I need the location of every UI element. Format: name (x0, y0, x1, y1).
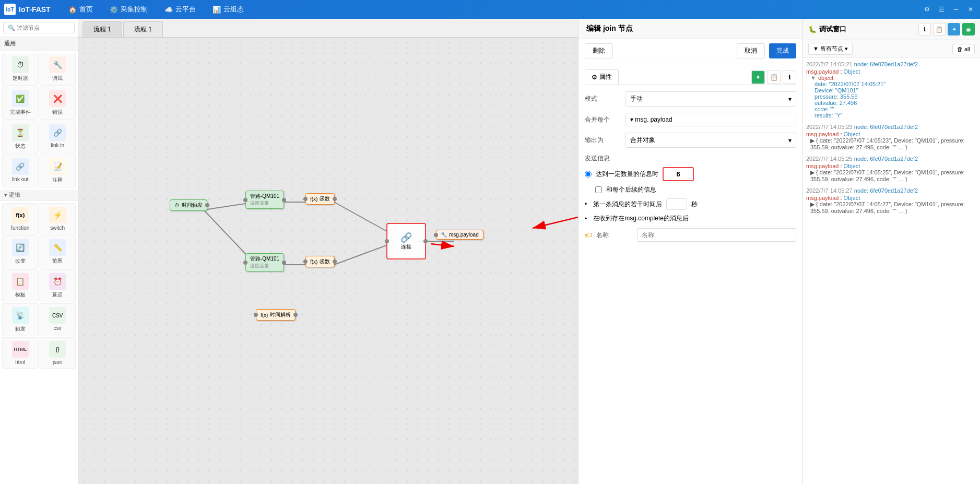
main-layout: 通用 ⏱ 定时器 🔧 调试 ✅ 完成事件 ❌ 错误 ⏳ 状态 (0, 19, 980, 484)
timer-label: 定时器 (13, 75, 28, 82)
join-output-port (423, 239, 428, 243)
node-json[interactable]: {} json (40, 337, 76, 369)
node-time-trigger[interactable]: ⏱ 时间触发 (170, 199, 207, 211)
option-time: • 第一条消息的若干时间后 秒 (585, 198, 796, 210)
template-label: 模板 (15, 291, 26, 299)
node-error[interactable]: ❌ 错误 (40, 87, 76, 120)
debug-blue-btn[interactable]: ✦ (948, 23, 960, 36)
node-function[interactable]: f(x) function (2, 203, 39, 234)
mode-chevron-icon: ▾ (788, 96, 792, 103)
minimize-icon[interactable]: ─ (951, 4, 961, 15)
debug-row-device-1: Device: "QM101" (814, 87, 977, 93)
close-icon[interactable]: ✕ (965, 4, 976, 15)
node-switch[interactable]: ⚡ switch (40, 203, 76, 234)
action-btn-green[interactable]: ✦ (751, 70, 765, 84)
debug-inline-2[interactable]: ▶ { date: "2022/07/07 14:05:23", Device:… (810, 137, 977, 150)
msg-count-input[interactable] (663, 167, 694, 181)
function-label: function (11, 225, 29, 231)
node-csv[interactable]: CSV csv (40, 303, 76, 336)
node-debug[interactable]: 🔧 调试 (40, 53, 76, 86)
flow-tab-2[interactable]: 流程 1 (123, 21, 163, 37)
debug-inline-4[interactable]: ▶ { date: "2022/07/07 14:05:27", Device:… (810, 201, 977, 214)
section-label-logic: ▾ 逻辑 (0, 190, 78, 201)
cancel-button[interactable]: 取消 (737, 43, 765, 58)
action-btn-info[interactable]: ℹ (783, 70, 796, 84)
delay-icon: ⏰ (49, 273, 66, 290)
range-label: 范围 (52, 257, 63, 265)
node-linkout[interactable]: 🔗 link out (2, 155, 39, 187)
csv-icon: CSV (49, 307, 66, 324)
node-func-bottom[interactable]: f(x) 函数 (305, 256, 335, 267)
debug-title: 🐛 调试窗口 (808, 25, 846, 34)
debug-entry-3: 2022/7/7 14:05:25 node: 6fe070ed1a27def2… (806, 156, 977, 182)
search-input[interactable] (3, 22, 75, 33)
section-label-common: 通用 (0, 37, 78, 51)
node-func-top[interactable]: f(x) 函数 (305, 193, 335, 205)
change-icon: 🔄 (12, 239, 29, 256)
flow-canvas[interactable]: ⏱ 时间触发 管路-QM101 温度流量 (78, 38, 578, 484)
debug-filter: ▼ 所有节点 ▾ 🗑 all (803, 40, 980, 58)
option-count-radio[interactable] (585, 171, 592, 178)
node-qm101-top[interactable]: 管路-QM101 温度流量 (245, 191, 284, 209)
node-time-parse[interactable]: f(x) 时间解析 (256, 309, 296, 321)
merge-input[interactable]: ▾ msg. payload (625, 113, 796, 126)
name-row: 🏷 名称 (585, 228, 796, 242)
node-comment[interactable]: 📝 注释 (40, 155, 76, 187)
node-timer[interactable]: ⏱ 定时器 (2, 53, 39, 86)
node-trigger[interactable]: 📡 触发 (2, 303, 39, 336)
complete-button[interactable]: 完成 (769, 43, 796, 58)
node-msg-payload[interactable]: 🔧 msg.payload (436, 230, 483, 240)
properties-gear-icon: ⚙ (592, 74, 597, 81)
nav-cloud[interactable]: ☁️ 云平台 (157, 3, 203, 16)
filter-button[interactable]: ▼ 所有节点 ▾ (808, 43, 853, 55)
debug-inline-3[interactable]: ▶ { date: "2022/07/07 14:05:25", Device:… (810, 169, 977, 182)
node-join[interactable]: 🔗 连接 (386, 223, 426, 259)
html-icon: HTML (12, 341, 29, 358)
flow-tab-1[interactable]: 流程 1 (82, 21, 122, 37)
node-delay[interactable]: ⏰ 延迟 (40, 269, 76, 302)
node-complete[interactable]: ✅ 完成事件 (2, 87, 39, 120)
edit-panel-body: ⚙ 属性 ✦ 📋 ℹ 模式 手动 ▾ 合并每个 ▾ (578, 63, 802, 484)
output-select[interactable]: 合并对象 ▾ (625, 133, 796, 148)
clear-button[interactable]: 🗑 all (952, 44, 975, 54)
node-html[interactable]: HTML html (2, 337, 39, 369)
settings-icon[interactable]: ⚙ (922, 4, 932, 15)
node-change[interactable]: 🔄 改变 (2, 235, 39, 268)
time-input[interactable] (666, 198, 687, 210)
debug-object-1[interactable]: ▼object (810, 75, 977, 81)
nav-collect[interactable]: ⚙️ 采集控制 (102, 3, 155, 16)
time-unit-label: 秒 (691, 200, 698, 209)
menu-icon[interactable]: ☰ (936, 4, 947, 15)
debug-copy-btn[interactable]: 📋 (933, 23, 946, 36)
debug-entry-1: 2022/7/7 14:05:21 node: 6fe070ed1a27def2… (806, 61, 977, 119)
option-each-checkbox[interactable] (595, 186, 602, 193)
flow-tabs: 流程 1 流程 1 (78, 19, 578, 38)
node-state[interactable]: ⏳ 状态 (2, 121, 39, 154)
msg-icon: 🔧 (441, 232, 447, 238)
debug-actions: ℹ 📋 ✦ ◉ (918, 23, 975, 36)
time-trigger-label: 时间触发 (182, 202, 203, 209)
template-icon: 📋 (12, 273, 29, 290)
nav-cloudstate[interactable]: 📊 云组态 (205, 3, 251, 16)
comment-label: 注释 (52, 176, 63, 184)
tab-properties[interactable]: ⚙ 属性 (585, 69, 619, 85)
debug-entry-2: 2022/7/7 14:05:23 node: 6fe070ed1a27def2… (806, 124, 977, 150)
top-nav: IoT IoT-FAST 🏠 首页 ⚙️ 采集控制 ☁️ 云平台 📊 云组态 ⚙… (0, 0, 980, 19)
node-template[interactable]: 📋 模板 (2, 269, 39, 302)
delete-button[interactable]: 删除 (585, 43, 613, 58)
debug-entry-4: 2022/7/7 14:05:27 node: 6fe070ed1a27def2… (806, 187, 977, 214)
switch-icon: ⚡ (49, 207, 66, 223)
node-qm101-bottom[interactable]: 管路-QM101 温度流量 (245, 253, 284, 271)
function-icon: f(x) (12, 207, 29, 223)
error-icon: ❌ (49, 90, 66, 107)
name-input[interactable] (637, 228, 796, 242)
node-range[interactable]: 📏 范围 (40, 235, 76, 268)
nav-home[interactable]: 🏠 首页 (61, 3, 100, 16)
debug-info-btn[interactable]: ℹ (918, 23, 931, 36)
action-btn-copy[interactable]: 📋 (767, 70, 781, 84)
node-linkin[interactable]: 🔗 link in (40, 121, 76, 154)
debug-green-btn[interactable]: ◉ (962, 23, 975, 36)
mode-select[interactable]: 手动 ▾ (625, 91, 796, 107)
msg-label: msg.payload (449, 232, 479, 238)
flow-area: 流程 1 流程 1 (78, 19, 578, 484)
